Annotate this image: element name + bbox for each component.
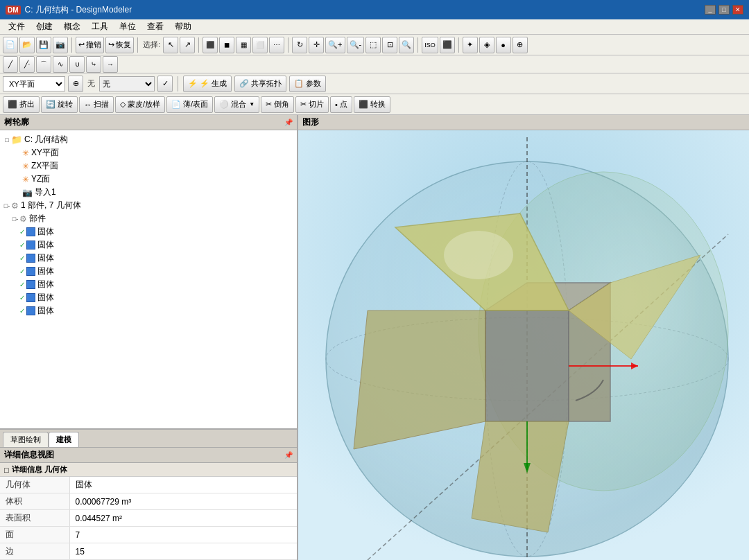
menu-item-概念[interactable]: 概念: [58, 19, 86, 34]
plane-normal-btn[interactable]: ⊕: [68, 76, 83, 92]
draw-arc[interactable]: ⌒: [36, 56, 51, 73]
draw-conic[interactable]: ∪: [69, 56, 85, 73]
tree-import1[interactable]: 📷 导入1: [0, 186, 297, 199]
redo-button[interactable]: ↪ 恢复: [105, 37, 134, 53]
iso-view[interactable]: ISO: [422, 37, 438, 53]
menu-item-帮助[interactable]: 帮助: [169, 19, 197, 34]
tree-solid-5[interactable]: ✓ 固体: [0, 278, 297, 291]
tree-solid-3[interactable]: ✓ 固体: [0, 252, 297, 265]
thin-button[interactable]: 📄 薄/表面: [166, 96, 213, 113]
draw-arrow[interactable]: →: [103, 56, 118, 73]
slice-button[interactable]: ✂ 切片: [295, 96, 329, 113]
zoom-box[interactable]: ⬚: [365, 37, 381, 53]
draw-polyline[interactable]: ⤷: [86, 56, 101, 73]
revolve-button[interactable]: 🔄 旋转: [41, 96, 78, 113]
plane-selector[interactable]: XY平面 ZX平面 YZ面: [3, 76, 65, 91]
menu-item-查看[interactable]: 查看: [141, 19, 169, 34]
menu-item-文件[interactable]: 文件: [3, 19, 31, 34]
tree-zxplane[interactable]: ✳ ZX平面: [0, 159, 297, 173]
zoom-out[interactable]: 🔍-: [347, 37, 365, 53]
menu-item-工具[interactable]: 工具: [86, 19, 114, 34]
section-expand[interactable]: □: [4, 466, 9, 474]
params-label: 参数: [306, 78, 321, 89]
viewport[interactable]: 图形: [298, 115, 749, 560]
tree-solid-2[interactable]: ✓ 固体: [0, 238, 297, 252]
select-mode2[interactable]: ↗: [180, 37, 195, 53]
maximize-button[interactable]: □: [718, 5, 730, 15]
part-expand[interactable]: □-: [11, 216, 19, 222]
tree-part[interactable]: □- ⚙ 部件: [0, 212, 297, 225]
xyplane-label: XY平面: [31, 147, 59, 159]
details-title: 详细信息视图: [4, 449, 54, 461]
sel-filter2[interactable]: ◼: [219, 37, 234, 53]
tab-model[interactable]: 建模: [49, 432, 79, 447]
zxplane-label: ZX平面: [31, 160, 58, 172]
new-button[interactable]: 📄: [3, 37, 18, 53]
import1-label: 导入1: [35, 186, 56, 198]
details-table: 几何体 固体 体积 0.00067729 m³ 表面积 0.044527 m² …: [0, 477, 297, 560]
detail-value-volume: 0.00067729 m³: [69, 493, 297, 510]
menu-item-创建[interactable]: 创建: [31, 19, 58, 34]
tree-solid-4[interactable]: ✓ 固体: [0, 265, 297, 278]
zoom-in[interactable]: 🔍+: [325, 37, 345, 53]
generate-button[interactable]: ⚡ ⚡ 生成: [183, 76, 232, 92]
sel-filter4[interactable]: ⬜: [252, 37, 268, 53]
sweep-icon: ↔: [84, 100, 92, 109]
sel-filter5[interactable]: ⋯: [269, 37, 284, 53]
none-selector[interactable]: 无: [99, 76, 155, 91]
share-topology-button[interactable]: 🔗 共享拓扑: [234, 76, 286, 92]
parts-root-expand[interactable]: □-: [3, 202, 11, 209]
tree-solid-7[interactable]: ✓ 固体: [0, 304, 297, 317]
solid5-check: ✓: [19, 281, 25, 288]
tree-root[interactable]: □ 📁 C: 几何结构: [0, 133, 297, 146]
extrude-button[interactable]: ⬛ 挤出: [3, 96, 40, 113]
undo-button[interactable]: ↩ 撤销: [76, 37, 104, 53]
view-rotate[interactable]: ↻: [292, 37, 307, 53]
details-section-header: □ 详细信息 几何体: [0, 463, 297, 477]
tree-solid-6[interactable]: ✓ 固体: [0, 291, 297, 304]
blend-button[interactable]: ⚪ 混合 ▼: [214, 96, 259, 113]
save-button[interactable]: 💾: [36, 37, 51, 53]
apply-btn[interactable]: ✓: [157, 76, 173, 92]
draw-spline[interactable]: ∿: [53, 56, 68, 73]
extra-btn[interactable]: ⊕: [513, 37, 528, 53]
part-label: 部件: [29, 213, 46, 225]
view-cube[interactable]: ⬛: [440, 37, 455, 53]
3d-view[interactable]: ◈: [479, 37, 494, 53]
fit-all[interactable]: ⊡: [382, 37, 397, 53]
tab-sketch[interactable]: 草图绘制: [3, 432, 49, 447]
view-pan[interactable]: ✛: [309, 37, 324, 53]
params-button[interactable]: 📋 参数: [289, 76, 326, 92]
chamfer-button[interactable]: ✂ 倒角: [261, 96, 294, 113]
draw-tangent[interactable]: ╱·: [19, 56, 35, 73]
details-pin-icon[interactable]: 📌: [284, 451, 293, 459]
undo-label: 撤销: [86, 40, 101, 50]
tree-xyplane[interactable]: ✳ XY平面: [0, 146, 297, 159]
viewport-canvas[interactable]: [298, 130, 749, 560]
tree-pin-icon[interactable]: 📌: [284, 119, 293, 126]
open-button[interactable]: 📂: [19, 37, 35, 53]
convert-button[interactable]: ⬛ 转换: [354, 96, 390, 113]
skin-button[interactable]: ◇ 蒙皮/放样: [115, 96, 165, 113]
root-expand[interactable]: □: [3, 137, 11, 143]
sel-filter1[interactable]: ⬛: [203, 37, 218, 53]
tree-solid-1[interactable]: ✓ 固体: [0, 225, 297, 238]
sel-filter3[interactable]: ▦: [236, 37, 251, 53]
point-button[interactable]: • 点: [330, 96, 352, 113]
orient1[interactable]: ✦: [463, 37, 478, 53]
viewport-header: 图形: [298, 115, 749, 130]
close-button[interactable]: ✕: [732, 5, 743, 15]
solid4-check: ✓: [19, 268, 25, 275]
sweep-button[interactable]: ↔ 扫描: [79, 96, 114, 113]
menu-item-单位[interactable]: 单位: [114, 19, 141, 34]
tree-parts-root[interactable]: □- ⚙ 1 部件, 7 几何体: [0, 199, 297, 212]
tree-yzplane[interactable]: ✳ YZ面: [0, 173, 297, 186]
render-mode[interactable]: ●: [496, 37, 511, 53]
draw-line[interactable]: ╱: [3, 56, 18, 73]
convert-label: 转换: [370, 99, 386, 110]
details-content: □ 详细信息 几何体 几何体 固体 体积 0.00067729 m³ 表面积 0…: [0, 463, 297, 560]
minimize-button[interactable]: _: [705, 5, 716, 15]
zoom-fit[interactable]: 🔍: [399, 37, 414, 53]
select-mode1[interactable]: ↖: [163, 37, 178, 53]
screenshot-button[interactable]: 📷: [53, 37, 68, 53]
